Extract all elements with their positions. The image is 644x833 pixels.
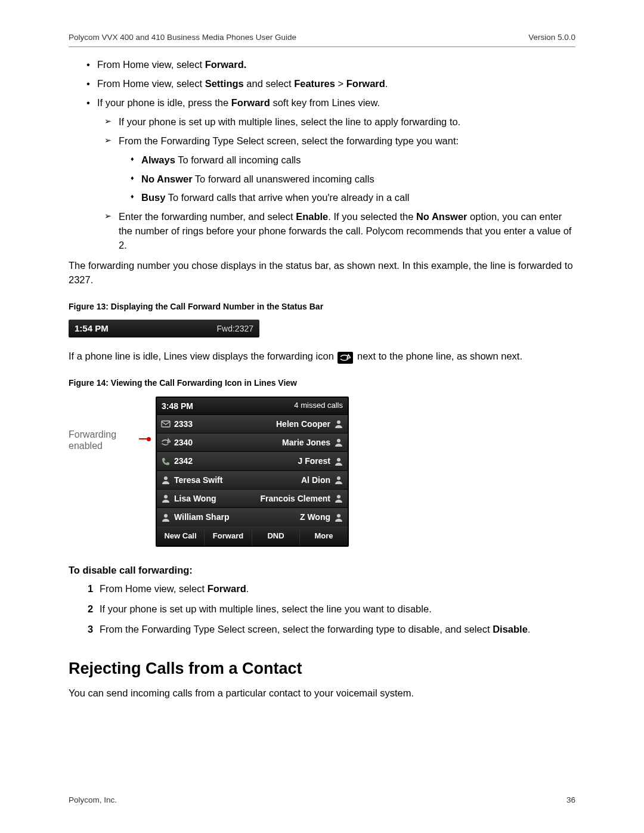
forward-icon [338, 352, 353, 364]
svg-point-8 [164, 514, 168, 518]
arrow-item: If your phone is set up with multiple li… [104, 115, 575, 129]
rejecting-calls-heading: Rejecting Calls from a Contact [69, 657, 575, 680]
text: . [246, 583, 249, 594]
lines-view-screen: 3:48 PM 4 missed calls 2333Helen Cooper2… [156, 397, 349, 547]
status-bar-figure: 1:54 PM Fwd:2327 [69, 320, 259, 337]
line-cell-right[interactable]: Al Dion [252, 470, 348, 489]
doc-version: Version 5.0.0 [528, 33, 575, 42]
person-icon [334, 419, 343, 429]
status-time: 1:54 PM [75, 322, 109, 335]
line-cell-right[interactable]: Helen Cooper [252, 414, 348, 433]
bullet-list-1: From Home view, select Forward. From Hom… [69, 58, 575, 110]
text: . If you selected the [328, 211, 416, 222]
softkey-new-call[interactable]: New Call [157, 527, 205, 546]
line-cell-left[interactable]: Lisa Wong [157, 489, 252, 507]
bullet-item: From Home view, select Forward. [86, 58, 575, 72]
line-cell-left[interactable]: 2340 [157, 433, 252, 451]
text: From Home view, select [97, 78, 205, 89]
bold: Busy [141, 192, 165, 203]
bold: Forward [231, 97, 270, 108]
text: From Home view, select [100, 583, 208, 594]
paragraph: If a phone line is idle, Lines view disp… [69, 349, 575, 364]
person-icon [334, 494, 343, 503]
bold: Disable [493, 624, 528, 634]
bullet-item: From Home view, select Settings and sele… [86, 77, 575, 91]
text: To forward calls that arrive when you're… [165, 192, 409, 203]
paragraph: The forwarding number you chose displays… [69, 259, 575, 287]
text: next to the phone line, as shown next. [357, 351, 522, 361]
lines-topbar: 3:48 PM 4 missed calls [157, 398, 348, 414]
header-divider [69, 47, 575, 47]
arrow-item: Enter the forwarding number, and select … [104, 210, 575, 253]
bold: Forward [346, 78, 385, 89]
step-3: 3From the Forwarding Type Select screen,… [88, 623, 575, 637]
lines-grid: 2333Helen Cooper2340Marie Jones2342J For… [157, 414, 348, 527]
footer-company: Polycom, Inc. [69, 795, 117, 804]
softkey-more[interactable]: More [300, 527, 348, 546]
line-label: Lisa Wong [174, 493, 248, 504]
svg-point-7 [337, 495, 340, 498]
line-cell-right[interactable]: J Forest [252, 451, 348, 470]
diamond-item: Busy To forward calls that arrive when y… [131, 191, 575, 205]
body: From Home view, select Forward. From Hom… [69, 58, 575, 701]
line-cell-left[interactable]: Teresa Swift [157, 470, 252, 489]
softkey-bar: New CallForwardDNDMore [157, 527, 348, 546]
footer-page: 36 [566, 795, 575, 804]
line-cell-left[interactable]: 2333 [157, 414, 252, 433]
svg-point-3 [337, 458, 340, 462]
callout-line [139, 397, 151, 441]
numbered-list: 1From Home view, select Forward. 2If you… [69, 582, 575, 637]
svg-point-9 [337, 514, 340, 518]
text: Forwarding [69, 429, 116, 439]
text: enabled [69, 441, 103, 451]
svg-point-4 [164, 476, 168, 480]
svg-point-6 [164, 495, 168, 498]
text: If your phone is idle, press the [97, 97, 231, 108]
lines-time: 3:48 PM [162, 400, 193, 412]
line-label: Helen Cooper [256, 418, 330, 430]
line-label: Francois Clement [256, 493, 330, 504]
line-cell-right[interactable]: Francois Clement [252, 489, 348, 507]
person-icon [334, 475, 343, 485]
bold: Forward [208, 583, 246, 594]
page: Polycom VVX 400 and 410 Business Media P… [0, 0, 644, 833]
doc-title: Polycom VVX 400 and 410 Business Media P… [69, 33, 296, 42]
text: . [528, 624, 531, 634]
line-label: J Forest [256, 455, 330, 467]
text: Enter the forwarding number, and select [119, 211, 296, 222]
softkey-dnd[interactable]: DND [252, 527, 300, 546]
bold: No Answer [141, 174, 193, 184]
bold: Forward. [205, 59, 247, 70]
line-cell-left[interactable]: 2342 [157, 451, 252, 470]
text: and select [244, 78, 294, 89]
figure-14-caption: Figure 14: Viewing the Call Forwarding I… [69, 377, 575, 389]
figure-13-caption: Figure 13: Displaying the Call Forward N… [69, 301, 575, 312]
lines-view-figure: Forwarding enabled 3:48 PM 4 missed call… [69, 397, 575, 547]
text: If your phone is set up with multiple li… [100, 603, 432, 614]
page-header: Polycom VVX 400 and 410 Business Media P… [69, 33, 575, 47]
arrow-item: From the Forwarding Type Select screen, … [104, 134, 575, 148]
text: > [335, 78, 346, 89]
softkey-forward[interactable]: Forward [205, 527, 252, 546]
text: If a phone line is idle, Lines view disp… [69, 351, 336, 361]
missed-calls: 4 missed calls [294, 400, 343, 411]
step-1: 1From Home view, select Forward. [88, 582, 575, 596]
line-cell-right[interactable]: Marie Jones [252, 433, 348, 451]
line-cell-left[interactable]: William Sharp [157, 507, 252, 526]
paragraph: You can send incoming calls from a parti… [69, 686, 575, 701]
bold: Features [294, 78, 335, 89]
arrow-list-2: Enter the forwarding number, and select … [69, 210, 575, 253]
person-icon [334, 457, 343, 466]
arrow-list: If your phone is set up with multiple li… [69, 115, 575, 148]
person-icon [334, 513, 343, 522]
bold: No Answer [416, 211, 467, 222]
person-icon [161, 475, 171, 485]
svg-rect-0 [162, 421, 170, 427]
diamond-list: Always To forward all incoming calls No … [69, 153, 575, 206]
text: To forward all unanswered incoming calls [193, 174, 374, 184]
line-cell-right[interactable]: Z Wong [252, 507, 348, 526]
line-label: 2333 [174, 418, 248, 430]
person-icon [334, 438, 343, 447]
diamond-item: Always To forward all incoming calls [131, 153, 575, 168]
line-label: William Sharp [174, 511, 248, 523]
